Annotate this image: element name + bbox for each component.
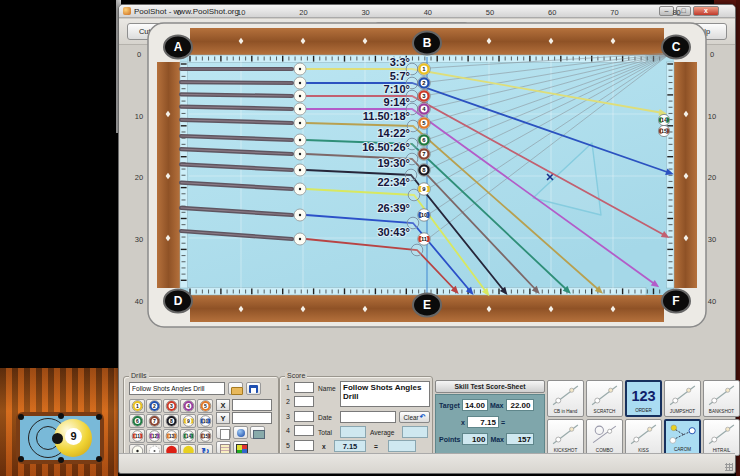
shot-button-label: ORDER [635,408,652,414]
ball-button-4[interactable]: 4 [180,399,196,413]
svg-text:70: 70 [610,8,618,17]
ball-button-3[interactable]: 3 [163,399,179,413]
svg-text:30: 30 [361,8,369,17]
score-row-field-3[interactable] [294,411,314,422]
score-row-number: 1 [286,384,290,391]
equals-label: = [374,443,378,450]
y-axis-button[interactable]: Y [216,412,230,424]
undo-icon: ↶ [420,413,426,421]
ball-button-14[interactable]: 14 [180,429,196,443]
svg-text:4: 4 [187,403,190,409]
open-drill-icon[interactable] [228,382,243,395]
drill-name-input[interactable] [129,382,225,395]
shot-button-scratch[interactable]: SCRATCH [586,380,623,417]
ball-button-5[interactable]: 5 [197,399,213,413]
date-field[interactable] [340,411,396,423]
shot-button-carom[interactable]: CAROM [664,419,701,456]
logo-contact-dot [52,433,63,444]
score-name-box[interactable]: Follow Shots Angles Drill [340,381,430,407]
svg-text:30: 30 [135,235,143,244]
shot-button-bankshot[interactable]: BANKSHOT [703,380,740,417]
score-panel-title: Score [285,372,307,380]
blue-ball-icon[interactable] [233,426,248,439]
x-axis-button[interactable]: X [216,399,230,411]
max-value[interactable]: 22.00 [506,399,534,411]
svg-text:10: 10 [135,112,143,121]
score-row-number: 5 [286,442,290,449]
svg-text:0: 0 [710,50,714,59]
svg-text:13: 13 [168,433,174,439]
ball-button-1[interactable]: 1 [129,399,145,413]
shot-button-order[interactable]: 123ORDER [625,380,662,417]
logo-nine-ball: 9 [54,419,92,457]
table-icon[interactable] [250,426,265,439]
svg-text:15: 15 [202,433,208,439]
clear-button[interactable]: Clear ↶ [399,411,430,423]
svg-text:5: 5 [204,403,207,409]
svg-text:E: E [423,298,431,312]
multiplier-field[interactable]: 7.15 [334,440,366,452]
shot-button-cb-in-hand[interactable]: CB in Hand [547,380,584,417]
drills-panel-title: Drills [129,372,149,380]
shot-button-kickshot[interactable]: KICKSHOT [547,419,584,456]
ball-palette-grid: 123456789101112131415↻ [129,399,213,458]
svg-text:10: 10 [708,112,716,121]
result-field [388,440,416,452]
drill-side-tools: X Y [216,399,276,454]
svg-text:0: 0 [177,8,181,17]
ball-button-6[interactable]: 6 [129,414,145,428]
shot-button-combo[interactable]: COMBO [586,419,623,456]
score-row-field-2[interactable] [294,396,314,407]
ball-button-11[interactable]: 11 [129,429,145,443]
ball-button-13[interactable]: 13 [163,429,179,443]
ball-button-12[interactable]: 12 [146,429,162,443]
date-label: Date [318,414,332,421]
ball-button-9[interactable]: 9 [180,414,196,428]
skill-x-value[interactable]: 7.15 [467,416,499,428]
score-row-field-1[interactable] [294,382,314,393]
logo-ball-number: 9 [65,428,82,445]
svg-text:14: 14 [185,433,191,439]
page-icon[interactable] [216,426,231,439]
x-axis-field[interactable] [232,399,272,411]
resize-grip[interactable] [725,463,733,471]
svg-text:15: 15 [661,128,667,134]
ball-button-10[interactable]: 10 [197,414,213,428]
svg-text:C: C [672,40,681,54]
save-drill-icon[interactable] [246,382,261,395]
shot-button-label: JUMPSHOT [670,409,695,415]
ball-button-7[interactable]: 7 [146,414,162,428]
shot-button-label: BANKSHOT [709,409,734,415]
ball-button-15[interactable]: 15 [197,429,213,443]
skill-test-header[interactable]: Skill Test Score-Sheet [435,380,545,393]
svg-text:60: 60 [548,8,556,17]
svg-text:40: 40 [708,297,716,306]
logo-pocket [96,456,102,462]
ball-button-2[interactable]: 2 [146,399,162,413]
score-row-field-5[interactable] [294,440,314,451]
points-max-value: 157 [506,433,534,445]
svg-text:30:43°: 30:43° [377,226,410,238]
svg-text:14: 14 [661,117,667,123]
score-row-field-4[interactable] [294,425,314,436]
svg-text:20: 20 [708,173,716,182]
ball-button-8[interactable]: 8 [163,414,179,428]
svg-text:A: A [174,40,183,54]
poolshot-window: PoolShot - www.PoolShot.org – □ x Cut Sh… [118,4,736,474]
pool-table-diagram[interactable]: 13:3°25:7°37:10°49:14°511.50:18°614:22°7… [119,5,737,341]
shot-button-hitrail[interactable]: HITRAIL [703,419,740,456]
svg-text:20: 20 [135,173,143,182]
svg-text:11.50:18°: 11.50:18° [363,110,410,122]
target-value[interactable]: 14.00 [462,399,488,411]
shot-button-label: CB in Hand [554,409,578,415]
svg-text:B: B [423,36,432,50]
y-axis-field[interactable] [232,412,272,424]
svg-text:80: 80 [672,8,680,17]
svg-text:3:3°: 3:3° [390,56,410,68]
shot-button-jumpshot[interactable]: JUMPSHOT [664,380,701,417]
shot-button-kiss[interactable]: KISS [625,419,662,456]
svg-text:6: 6 [136,418,139,424]
score-row-number: 4 [286,427,290,434]
logo-pocket [96,414,102,420]
svg-text:7:10°: 7:10° [384,83,410,95]
